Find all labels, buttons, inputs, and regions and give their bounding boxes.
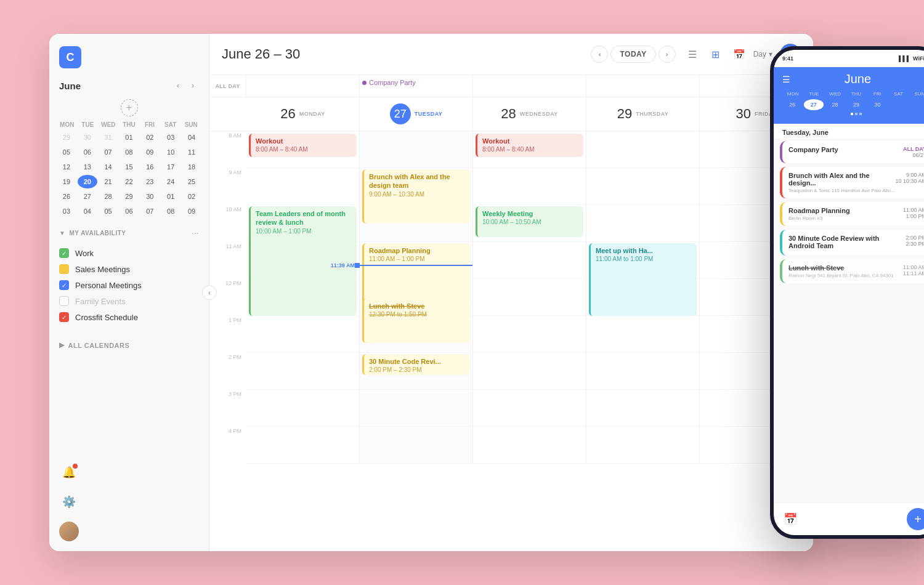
phone-event-time: 9:00 AM — [895, 172, 924, 178]
phone-menu-icon[interactable]: ☰ — [782, 75, 790, 84]
avail-item-work[interactable]: ✓ Work — [59, 245, 199, 261]
cal-prev-btn[interactable]: ‹ — [591, 46, 608, 63]
checkbox-personal[interactable]: ✓ — [59, 280, 69, 290]
mini-day[interactable]: 08 — [120, 145, 139, 159]
mini-day[interactable]: 07 — [140, 204, 160, 218]
mini-day[interactable]: 02 — [140, 131, 160, 144]
mini-day[interactable]: 22 — [120, 175, 139, 188]
all-day-event[interactable]: Company Party — [362, 79, 470, 86]
view-icon-list[interactable]: ☰ — [683, 45, 702, 63]
phone-mini-day[interactable]: 30 — [867, 99, 888, 110]
phone-event-brunch[interactable]: Brunch with Alex and the design... Teaqu… — [780, 167, 924, 198]
phone-mini-day-today[interactable]: 27 — [804, 99, 824, 110]
mini-day[interactable]: 27 — [78, 190, 97, 203]
event-team-leaders[interactable]: Team Leaders end of month review & lunch… — [249, 206, 357, 316]
day-col-wed: Workout 8:00 AM – 8:40 AM Weekly Meeting… — [473, 131, 586, 464]
mini-day[interactable]: 24 — [161, 175, 180, 188]
mini-day[interactable]: 09 — [182, 204, 201, 218]
mini-day[interactable]: 03 — [57, 204, 76, 218]
mini-day[interactable]: 08 — [161, 204, 180, 218]
today-btn[interactable]: TODAY — [610, 46, 655, 63]
checkbox-sales[interactable] — [59, 264, 69, 274]
mini-day[interactable]: 19 — [57, 175, 76, 188]
mini-day[interactable]: 21 — [99, 175, 118, 188]
all-day-dot — [362, 81, 367, 85]
mini-day[interactable]: 06 — [120, 204, 139, 218]
event-workout-wed[interactable]: Workout 8:00 AM – 8:40 AM — [476, 134, 583, 157]
phone-event-lunch-steve[interactable]: Lunch with Steve Ramon Negi 541 Bryant S… — [780, 259, 924, 283]
settings-btn[interactable]: ⚙️ — [59, 492, 79, 512]
phone-mini-day[interactable] — [910, 99, 924, 110]
mini-day[interactable]: 15 — [120, 160, 139, 174]
phone-event-company-party[interactable]: Company Party ALL DAY 06/27 — [780, 141, 924, 163]
mini-day[interactable]: 01 — [161, 190, 180, 203]
cal-next-btn[interactable]: › — [659, 46, 676, 63]
mini-day[interactable]: 18 — [182, 160, 201, 174]
mini-day[interactable]: 28 — [99, 190, 118, 203]
mini-day[interactable]: 06 — [78, 145, 97, 159]
mini-day-today[interactable]: 20 — [78, 175, 97, 188]
mini-day[interactable]: 05 — [57, 145, 76, 159]
mini-day[interactable]: 30 — [78, 131, 97, 144]
hour-line — [360, 427, 472, 464]
phone-mini-day[interactable]: 26 — [782, 99, 803, 110]
phone-event-code-review[interactable]: 30 Minute Code Review with Android Team … — [780, 230, 924, 256]
mini-day[interactable]: 03 — [161, 131, 180, 144]
avail-item-family[interactable]: Family Events — [59, 293, 199, 309]
mini-day[interactable]: 14 — [99, 160, 118, 174]
event-brunch[interactable]: Brunch with Alex and the design team 9:0… — [362, 169, 470, 224]
hour-line — [360, 131, 472, 168]
mini-day[interactable]: 26 — [57, 190, 76, 203]
mini-day[interactable]: 12 — [57, 160, 76, 174]
notifications-btn[interactable]: 🔔 — [59, 462, 79, 482]
view-icon-grid[interactable]: ⊞ — [707, 45, 725, 63]
event-weekly-meeting[interactable]: Weekly Meeting 10:00 AM – 10:50 AM — [476, 206, 583, 237]
mini-day[interactable]: 29 — [120, 190, 139, 203]
event-code-review[interactable]: 30 Minute Code Revi... 2:00 PM – 2:30 PM — [362, 354, 470, 375]
mini-day[interactable]: 09 — [140, 145, 160, 159]
mini-day[interactable]: 01 — [120, 131, 139, 144]
phone-mini-day[interactable]: 29 — [846, 99, 867, 110]
checkbox-family[interactable] — [59, 296, 69, 306]
phone-add-fab[interactable]: + — [907, 508, 924, 530]
time-label-2: 2 PM — [209, 353, 246, 390]
mini-day[interactable]: 04 — [78, 204, 97, 218]
checkbox-work[interactable]: ✓ — [59, 248, 69, 258]
mini-day[interactable]: 05 — [99, 204, 118, 218]
mini-day[interactable]: 16 — [140, 160, 160, 174]
mini-prev-btn[interactable]: ‹ — [172, 79, 184, 92]
mini-day[interactable]: 17 — [161, 160, 180, 174]
view-dropdown[interactable]: Day ▾ — [753, 50, 772, 58]
mini-day[interactable]: 23 — [140, 175, 160, 188]
event-workout-mon[interactable]: Workout 8:00 AM – 8:40 AM — [249, 134, 357, 157]
collapse-btn[interactable]: ‹ — [202, 285, 217, 300]
checkbox-crossfit[interactable]: ✓ — [59, 312, 69, 322]
mini-day[interactable]: 04 — [182, 131, 201, 144]
mini-day[interactable]: 11 — [182, 145, 201, 159]
mini-day[interactable]: 30 — [140, 190, 160, 203]
all-day-cell-tue: Company Party — [360, 75, 473, 97]
phone-event-roadmap[interactable]: Roadmap Planning Berlin Room #3 11:00 AM… — [780, 202, 924, 226]
view-icon-cal[interactable]: 📅 — [730, 45, 748, 63]
add-small-btn[interactable]: + — [121, 99, 138, 116]
avail-item-personal[interactable]: ✓ Personal Meetings — [59, 277, 199, 293]
mini-day[interactable]: 10 — [161, 145, 180, 159]
mini-day[interactable]: 07 — [99, 145, 118, 159]
phone-mini-day[interactable]: 28 — [825, 99, 845, 110]
phone-mini-day[interactable] — [889, 99, 909, 110]
mini-day[interactable]: 25 — [182, 175, 201, 188]
mini-next-btn[interactable]: › — [187, 79, 199, 92]
phone-cal-icon[interactable]: 📅 — [784, 512, 797, 526]
mini-day[interactable]: 02 — [182, 190, 201, 203]
avail-item-sales[interactable]: Sales Meetings — [59, 261, 199, 277]
avail-more-btn[interactable]: ··· — [192, 228, 199, 238]
event-lunch-steve[interactable]: Lunch with Steve 12:30 PM to 1:50 PM — [362, 299, 470, 343]
all-calendars[interactable]: ▶ ALL CALENDARS — [49, 336, 209, 354]
mini-day[interactable]: 13 — [78, 160, 97, 174]
mini-day[interactable]: 29 — [57, 131, 76, 144]
avail-item-crossfit[interactable]: ✓ Crossfit Schedule — [59, 309, 199, 325]
user-avatar[interactable] — [59, 522, 79, 541]
app-logo[interactable]: C — [59, 46, 81, 68]
mini-day[interactable]: 31 — [99, 131, 118, 144]
event-meetup[interactable]: Meet up with Ha... 11:00 AM to 1:00 PM — [589, 243, 697, 316]
